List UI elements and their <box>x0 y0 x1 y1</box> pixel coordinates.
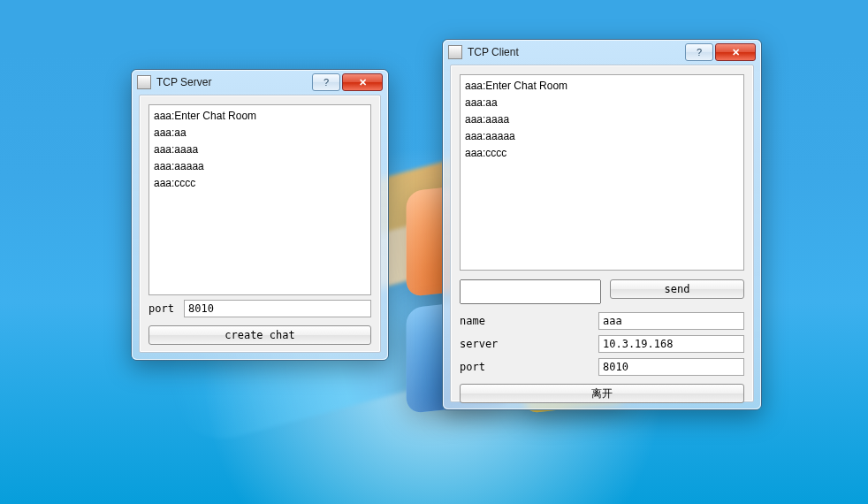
message-input[interactable] <box>460 279 601 304</box>
server-messages[interactable]: aaa:Enter Chat Room aaa:aa aaa:aaaa aaa:… <box>148 104 371 295</box>
name-label: name <box>460 315 598 327</box>
leave-button[interactable]: 离开 <box>460 384 744 403</box>
help-button[interactable]: ? <box>685 43 713 61</box>
client-title: TCP Client <box>468 46 683 58</box>
server-title: TCP Server <box>156 76 310 88</box>
tcp-client-window: TCP Client ? ✕ aaa:Enter Chat Room aaa:a… <box>442 39 762 410</box>
client-messages[interactable]: aaa:Enter Chat Room aaa:aa aaa:aaaa aaa:… <box>460 74 744 271</box>
server-client-area: aaa:Enter Chat Room aaa:aa aaa:aaaa aaa:… <box>139 95 381 353</box>
close-button[interactable]: ✕ <box>342 73 383 91</box>
create-chat-button[interactable]: create chat <box>148 325 371 345</box>
client-port-label: port <box>460 361 598 373</box>
desktop: TCP Server ? ✕ aaa:Enter Chat Room aaa:a… <box>0 0 868 504</box>
server-titlebar[interactable]: TCP Server ? ✕ <box>132 70 388 95</box>
server-port-input[interactable] <box>184 300 371 317</box>
server-address-input[interactable] <box>598 335 744 353</box>
server-address-label: server <box>460 338 598 350</box>
app-icon <box>137 75 151 89</box>
tcp-server-window: TCP Server ? ✕ aaa:Enter Chat Room aaa:a… <box>131 69 389 361</box>
client-port-input[interactable] <box>598 358 744 376</box>
help-button[interactable]: ? <box>312 73 340 91</box>
app-icon <box>448 45 462 59</box>
close-button[interactable]: ✕ <box>715 43 756 61</box>
server-port-label: port <box>148 302 184 315</box>
name-input[interactable] <box>598 312 744 330</box>
client-client-area: aaa:Enter Chat Room aaa:aa aaa:aaaa aaa:… <box>450 65 754 402</box>
client-titlebar[interactable]: TCP Client ? ✕ <box>443 40 761 65</box>
send-button[interactable]: send <box>610 279 744 299</box>
